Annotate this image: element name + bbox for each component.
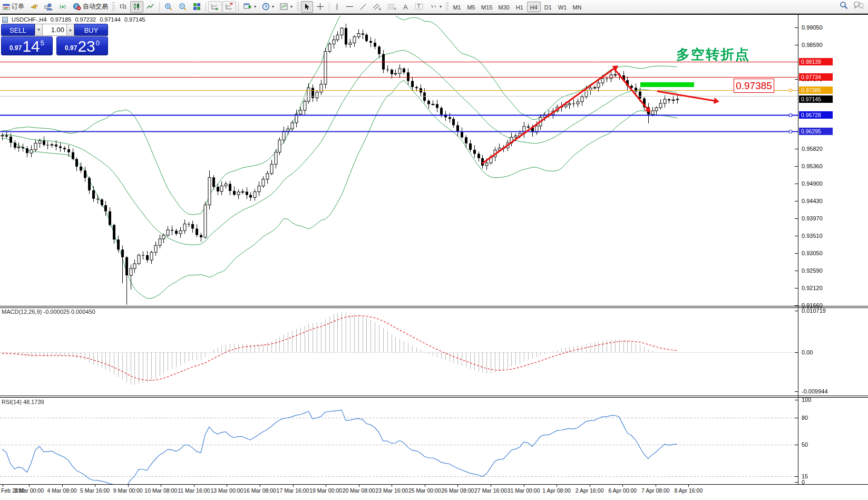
auto-trading-button[interactable]: 自动交易 — [70, 1, 111, 13]
time-axis-tick — [227, 485, 227, 487]
time-axis-label: 6 Apr 00:00 — [608, 487, 637, 494]
price-line-chip: 0.96728 — [799, 111, 833, 119]
horizontal-line-button[interactable] — [343, 1, 356, 13]
search-icon[interactable] — [840, 1, 848, 9]
zoom-in-icon — [164, 3, 173, 11]
volume-decrease-button[interactable]: ▼ — [35, 24, 43, 36]
equidistant-channel-icon: E — [373, 3, 382, 11]
time-axis-tick — [622, 485, 623, 487]
resistance-zone-highlight — [640, 82, 694, 87]
price-line-chip: 0.98139 — [799, 58, 833, 65]
timeframe-h4[interactable]: H4 — [527, 2, 541, 12]
timeframe-h1[interactable]: H1 — [513, 2, 526, 12]
trendline-button[interactable] — [357, 1, 369, 13]
time-axis-label: 27 Mar 16:00 — [474, 487, 507, 494]
crosshair-button[interactable] — [314, 1, 327, 13]
zoom-out-icon — [179, 3, 187, 11]
price-tick-label: 0.92120 — [802, 285, 823, 291]
vertical-line-icon — [334, 3, 340, 11]
new-order-button[interactable]: 订单 — [0, 1, 27, 13]
time-axis[interactable]: Feb 20203 Mar 00:004 Mar 08:005 Mar 16:0… — [0, 484, 868, 500]
timeframe-w1[interactable]: W1 — [555, 2, 570, 12]
sell-button[interactable]: SELL — [1, 24, 35, 36]
svg-text:F: F — [394, 7, 396, 11]
time-axis-label: 23 Mar 16:00 — [375, 487, 408, 494]
pane-separator[interactable] — [0, 397, 868, 398]
macd-axis-label: -0.009944 — [802, 388, 828, 395]
chat-icon[interactable] — [853, 1, 864, 9]
megaphone-icon — [30, 3, 38, 11]
alerts-button[interactable] — [27, 1, 41, 13]
channel-button[interactable]: E — [370, 1, 384, 13]
time-axis-tick — [194, 485, 194, 487]
community-button[interactable] — [42, 1, 55, 13]
pane-separator[interactable] — [0, 306, 868, 306]
rsi-axis-label: 50 — [802, 441, 808, 448]
timeframe-mn[interactable]: MN — [570, 2, 584, 12]
time-axis-tick — [359, 485, 359, 487]
chevron-down-icon: ▾ — [440, 4, 442, 9]
fibonacci-button[interactable]: F — [385, 1, 399, 13]
auto-scroll-button[interactable] — [208, 1, 222, 13]
pane-separator[interactable] — [0, 396, 868, 396]
time-axis-label: 19 Mar 00:00 — [309, 487, 342, 494]
price-tick-label: 0.95820 — [802, 146, 823, 152]
buy-price-panel[interactable]: 0.97 23 0 — [56, 36, 108, 55]
templates-button[interactable]: ▾ — [277, 1, 295, 13]
fibonacci-icon: F — [387, 3, 396, 11]
toolbar-separator — [159, 2, 160, 12]
macd-label: MACD(12,26,9) -0.000025 0.000450 — [2, 309, 95, 315]
time-axis-label: 5 Mar 16:00 — [80, 487, 110, 494]
price-tick-label: 0.94900 — [802, 180, 823, 187]
volume-increase-button[interactable]: ▲ — [66, 24, 74, 36]
trendline-icon — [359, 3, 367, 11]
cursor-button[interactable] — [301, 1, 313, 13]
chevron-down-icon: ▾ — [254, 4, 256, 9]
timeframe-m30[interactable]: M30 — [495, 2, 512, 12]
price-tick-label: 0.93050 — [802, 250, 823, 256]
sell-price-prefix: 0.97 — [9, 44, 22, 52]
text-label-button[interactable]: T — [412, 1, 426, 13]
timeframe-m1[interactable]: M1 — [450, 2, 464, 12]
text-button[interactable]: A — [399, 1, 412, 13]
shapes-button[interactable]: ▾ — [426, 1, 444, 13]
time-axis-label: 11 Mar 16:00 — [178, 487, 210, 494]
timeframe-d1[interactable]: D1 — [541, 2, 555, 12]
text-icon: A — [402, 3, 409, 11]
time-axis-tick — [161, 485, 161, 487]
line-chart-button[interactable] — [144, 1, 157, 13]
periods-button[interactable]: ▾ — [259, 1, 277, 13]
new-chart-button[interactable]: ▾ — [241, 1, 259, 13]
signals-button[interactable] — [56, 1, 70, 13]
price-tick-label: 0.98590 — [802, 42, 823, 48]
price-tick-label: 0.94430 — [802, 198, 823, 204]
volume-input[interactable]: 1.00 — [43, 24, 66, 36]
time-axis-tick — [29, 485, 30, 487]
price-line-chip: 0.97145 — [799, 95, 833, 103]
price-axis-line[interactable] — [798, 15, 798, 484]
bar-chart-button[interactable] — [116, 1, 130, 13]
price-callout-box: 0.97385 — [734, 79, 774, 93]
sell-price-panel[interactable]: 0.97 14 5 — [1, 36, 53, 55]
buy-button[interactable]: BUY — [74, 24, 108, 36]
timeframe-m15[interactable]: M15 — [479, 2, 495, 12]
chart-shift-button[interactable] — [222, 1, 236, 13]
buy-price-sup: 0 — [96, 39, 100, 47]
time-axis-tick — [128, 485, 129, 487]
tile-windows-button[interactable] — [190, 1, 203, 13]
candlestick-icon — [133, 3, 141, 11]
time-axis-label: 9 Mar 00:00 — [113, 487, 143, 494]
timeframe-m5[interactable]: M5 — [464, 2, 478, 12]
time-axis-tick — [3, 485, 3, 487]
vertical-line-button[interactable] — [331, 1, 343, 13]
time-axis-tick — [590, 485, 590, 487]
zoom-in-button[interactable] — [162, 1, 175, 13]
time-axis-tick — [457, 485, 458, 487]
pane-separator[interactable] — [0, 307, 868, 308]
macd-axis-label: 0.00 — [802, 349, 813, 355]
sell-price-sup: 5 — [41, 39, 44, 47]
price-tick-label: 0.93970 — [802, 215, 823, 222]
chart-ohlc-header: USDCHF-,H4 0.97185 0.97232 0.97144 0.971… — [2, 16, 145, 23]
candlestick-button[interactable] — [130, 1, 143, 13]
zoom-out-button[interactable] — [176, 1, 190, 13]
